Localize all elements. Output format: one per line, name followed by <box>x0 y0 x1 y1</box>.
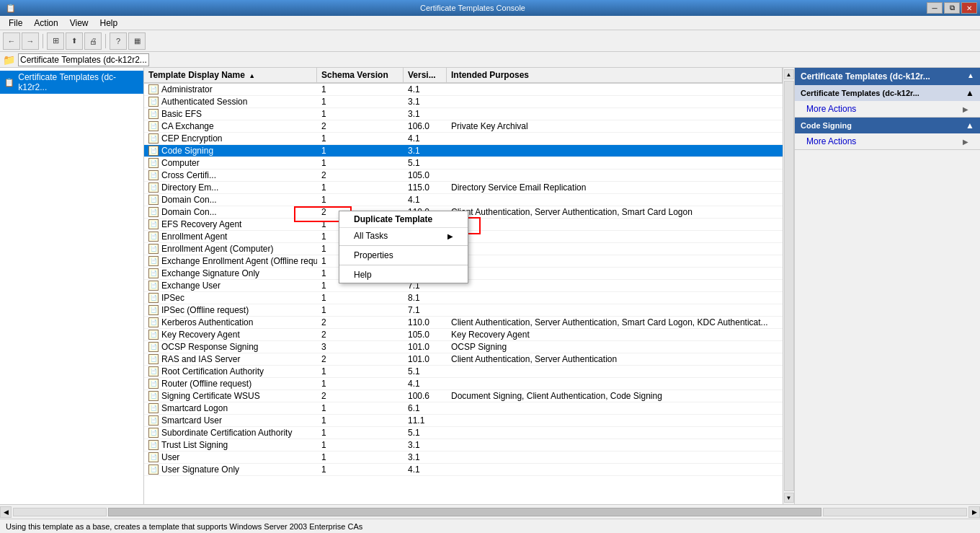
cell-name: 📄 Kerberos Authentication <box>144 317 317 328</box>
table-row[interactable]: 📄 Root Certification Authority 1 5.1 <box>144 366 783 378</box>
cert-template-icon: 📄 <box>148 330 159 340</box>
cell-purpose <box>447 133 783 144</box>
ctx-separator-2 <box>339 265 468 265</box>
table-row[interactable]: 📄 Basic EFS 1 3.1 <box>144 108 783 120</box>
ctx-properties[interactable]: Properties <box>339 247 468 263</box>
cert-template-icon: 📄 <box>148 232 159 242</box>
cell-name: 📄 Root Certification Authority <box>144 366 317 377</box>
h-scroll-track-right[interactable] <box>823 508 967 516</box>
toolbar: ← → ⊞ ⬆ 🖨 ? ▦ <box>0 30 980 52</box>
minimize-button[interactable]: ─ <box>927 2 943 14</box>
actions-codesigning-title[interactable]: Code Signing ▲ <box>795 118 980 133</box>
table-row[interactable]: 📄 Cross Certifi... 2 105.0 <box>144 169 783 182</box>
table-row[interactable]: 📄 Authenticated Session 1 3.1 <box>144 96 783 108</box>
ctx-help[interactable]: Help <box>339 267 468 283</box>
col-header-name[interactable]: Template Display Name ▲ <box>144 68 317 82</box>
cell-name: 📄 Enrollment Agent (Computer) <box>144 243 317 255</box>
up-button[interactable]: ⬆ <box>66 32 83 50</box>
menu-help[interactable]: Help <box>94 17 124 30</box>
table-row[interactable]: 📄 Code Signing 1 3.1 <box>144 145 783 157</box>
table-row[interactable]: 📄 Trust List Signing 1 3.1 <box>144 439 783 451</box>
export-button[interactable]: ▦ <box>128 32 146 50</box>
table-row[interactable]: 📄 Router (Offline request) 1 4.1 <box>144 378 783 390</box>
table-row[interactable]: 📄 IPSec (Offline request) 1 7.1 <box>144 304 783 317</box>
cell-version: 101.0 <box>404 353 447 365</box>
cell-version: 100.6 <box>404 390 447 402</box>
cell-version: 6.1 <box>404 402 447 414</box>
menu-bar: File Action View Help <box>0 16 980 30</box>
restore-button[interactable]: ⧉ <box>944 2 960 14</box>
cert-template-icon: 📄 <box>148 464 159 475</box>
cell-version: 5.1 <box>404 366 447 377</box>
cell-schema: 1 <box>317 96 404 107</box>
table-row[interactable]: 📄 Directory Em... 1 115.0 Directory Serv… <box>144 182 783 194</box>
cell-name: 📄 Authenticated Session <box>144 96 317 107</box>
action-more-actions-1[interactable]: More Actions ▶ <box>795 101 980 117</box>
cell-purpose <box>447 464 783 475</box>
table-row[interactable]: 📄 IPSec 1 8.1 <box>144 292 783 304</box>
cell-name: 📄 Signing Certificate WSUS <box>144 390 317 402</box>
help-button[interactable]: ? <box>110 32 127 50</box>
table-area[interactable]: Template Display Name ▲ Schema Version V… <box>144 68 783 504</box>
cell-version: 4.1 <box>404 133 447 144</box>
table-row[interactable]: 📄 Signing Certificate WSUS 2 100.6 Docum… <box>144 390 783 402</box>
table-row[interactable]: 📄 RAS and IAS Server 2 101.0 Client Auth… <box>144 353 783 366</box>
actions-header: Certificate Templates (dc-k12r... ▲ <box>795 68 980 85</box>
col-header-purpose[interactable]: Intended Purposes <box>447 68 783 82</box>
cell-purpose <box>447 145 783 157</box>
menu-view[interactable]: View <box>64 17 94 30</box>
scroll-right-button[interactable]: ▶ <box>968 506 980 518</box>
col-header-schema[interactable]: Schema Version <box>317 68 404 82</box>
table-row[interactable]: 📄 Administrator 1 4.1 <box>144 84 783 96</box>
forward-button[interactable]: → <box>22 32 39 50</box>
scroll-down-button[interactable]: ▼ <box>784 493 794 503</box>
cert-template-icon: 📄 <box>148 219 159 229</box>
cell-purpose: Key Recovery Agent <box>447 329 783 340</box>
table-row[interactable]: 📄 CA Exchange 2 106.0 Private Key Archiv… <box>144 120 783 133</box>
col-header-version[interactable]: Versi... <box>404 68 447 82</box>
cell-name: 📄 Subordinate Certification Authority <box>144 427 317 439</box>
scroll-left-button[interactable]: ◀ <box>0 506 12 518</box>
table-row[interactable]: 📄 OCSP Response Signing 3 101.0 OCSP Sig… <box>144 341 783 353</box>
window-title: Certificate Templates Console <box>19 4 927 12</box>
cell-purpose <box>447 402 783 414</box>
table-row[interactable]: 📄 CEP Encryption 1 4.1 <box>144 133 783 145</box>
ctx-duplicate-template[interactable]: Duplicate Template <box>339 211 468 228</box>
table-row[interactable]: 📄 Kerberos Authentication 2 110.0 Client… <box>144 317 783 329</box>
table-row[interactable]: 📄 User Signature Only 1 4.1 <box>144 464 783 476</box>
cell-name: 📄 Cross Certifi... <box>144 169 317 181</box>
tree-item-cert-templates[interactable]: 📋 Certificate Templates (dc-k12r2... <box>0 71 143 94</box>
ctx-all-tasks[interactable]: All Tasks ▶ <box>339 228 468 244</box>
cell-schema: 1 <box>317 451 404 463</box>
left-panel: 📋 Certificate Templates (dc-k12r2... <box>0 68 144 504</box>
cell-purpose <box>447 255 783 267</box>
table-header: Template Display Name ▲ Schema Version V… <box>144 68 783 84</box>
table-row[interactable]: 📄 Domain Con... 1 4.1 <box>144 194 783 206</box>
cell-purpose <box>447 157 783 169</box>
show-hide-button[interactable]: ⊞ <box>47 32 64 50</box>
h-scroll-track-left[interactable] <box>13 508 107 516</box>
cert-template-icon: 📄 <box>148 281 159 291</box>
cert-template-icon: 📄 <box>148 342 159 352</box>
close-button[interactable]: ✕ <box>961 2 977 14</box>
nav-cert-templates[interactable]: Certificate Templates (dc-k12r2... <box>18 53 149 66</box>
scroll-thumb[interactable] <box>784 81 794 491</box>
cell-schema: 2 <box>317 353 404 365</box>
vertical-scrollbar[interactable]: ▲ ▼ <box>783 68 794 504</box>
table-row[interactable]: 📄 Subordinate Certification Authority 1 … <box>144 427 783 439</box>
table-row[interactable]: 📄 Smartcard Logon 1 6.1 <box>144 402 783 415</box>
collapse-icon: ▲ <box>966 88 974 98</box>
table-row[interactable]: 📄 Computer 1 5.1 <box>144 157 783 169</box>
h-scroll-thumb[interactable] <box>108 508 821 516</box>
actions-cert-title[interactable]: Certificate Templates (dc-k12r... ▲ <box>795 85 980 101</box>
table-row[interactable]: 📄 User 1 3.1 <box>144 451 783 464</box>
table-row[interactable]: 📄 Key Recovery Agent 2 105.0 Key Recover… <box>144 329 783 341</box>
bottom-scrollbar[interactable]: ◀ ▶ <box>0 504 980 519</box>
menu-action[interactable]: Action <box>28 17 63 30</box>
action-more-actions-2[interactable]: More Actions ▶ <box>795 133 980 149</box>
menu-file[interactable]: File <box>3 17 28 30</box>
table-row[interactable]: 📄 Smartcard User 1 11.1 <box>144 415 783 427</box>
print-button[interactable]: 🖨 <box>84 32 102 50</box>
scroll-up-button[interactable]: ▲ <box>784 69 794 79</box>
back-button[interactable]: ← <box>3 32 20 50</box>
